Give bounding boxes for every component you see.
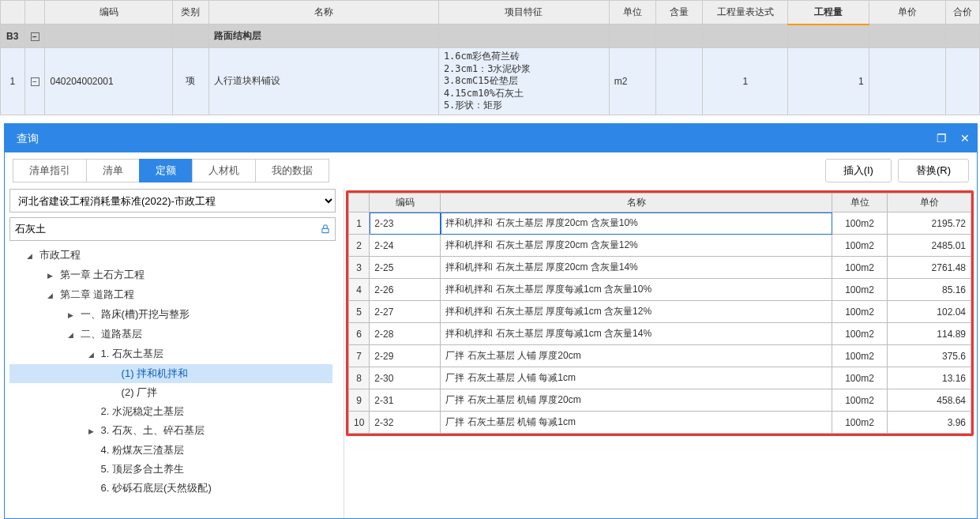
table-row[interactable]: 102-32厂拌 石灰土基层 机铺 每减1cm100m23.96 xyxy=(349,412,971,434)
item-unit[interactable]: m2 xyxy=(609,48,655,115)
table-row[interactable]: 12-23拌和机拌和 石灰土基层 厚度20cm 含灰量10%100m22195.… xyxy=(349,212,971,235)
table-row[interactable]: 72-29厂拌 石灰土基层 人铺 厚度20cm100m2375.6 xyxy=(349,345,971,367)
tree-node[interactable]: 一、路床(槽)开挖与整形 xyxy=(9,305,332,325)
row-index: 3 xyxy=(349,257,370,279)
row-code[interactable]: 2-25 xyxy=(370,257,441,279)
query-tab-4[interactable]: 我的数据 xyxy=(255,159,329,182)
rcol-price[interactable]: 单价 xyxy=(888,194,971,212)
tree-node[interactable]: 二、道路基层 xyxy=(9,325,332,344)
row-name[interactable]: 厂拌 石灰土基层 人铺 每减1cm xyxy=(441,367,832,389)
tree-node[interactable]: 第一章 土石方工程 xyxy=(9,265,332,285)
tree-caret-icon[interactable] xyxy=(27,246,36,265)
item-qty-expr[interactable]: 1 xyxy=(703,48,788,115)
category-tree[interactable]: 市政工程 第一章 土石方工程 第二章 道路工程 一、路床(槽)开挖与整形 二、道… xyxy=(9,246,336,518)
rcol-unit[interactable]: 单位 xyxy=(832,194,888,212)
row-code[interactable]: 2-24 xyxy=(370,235,441,257)
row-code[interactable]: 2-30 xyxy=(370,367,441,389)
item-qty[interactable]: 1 xyxy=(788,48,869,115)
query-tab-1[interactable]: 清单 xyxy=(86,159,140,182)
query-tab-3[interactable]: 人材机 xyxy=(192,159,256,182)
row-index: 6 xyxy=(349,323,370,345)
group-name[interactable]: 路面结构层 xyxy=(208,24,438,48)
col-code[interactable]: 编码 xyxy=(45,1,173,24)
tree-caret-icon[interactable] xyxy=(47,285,57,305)
row-code[interactable]: 2-31 xyxy=(370,389,441,412)
row-price: 2485.01 xyxy=(888,235,971,257)
col-qty-expr[interactable]: 工程量表达式 xyxy=(703,1,788,24)
insert-button[interactable]: 插入(I) xyxy=(825,159,892,182)
tree-node[interactable]: 3. 石灰、土、碎石基层 xyxy=(9,421,332,441)
minus-icon[interactable]: − xyxy=(31,77,39,86)
row-code[interactable]: 2-26 xyxy=(370,279,441,301)
table-row[interactable]: 92-31厂拌 石灰土基层 机铺 厚度20cm100m2458.64 xyxy=(349,389,971,412)
row-code[interactable]: 2-32 xyxy=(370,412,441,434)
tree-caret-icon[interactable] xyxy=(88,344,98,364)
close-icon[interactable]: ✕ xyxy=(953,124,977,152)
tree-caret-icon[interactable] xyxy=(68,305,77,325)
table-row[interactable]: 82-30厂拌 石灰土基层 人铺 每减1cm100m213.16 xyxy=(349,367,971,389)
col-kind[interactable]: 类别 xyxy=(173,1,208,24)
row-name[interactable]: 拌和机拌和 石灰土基层 厚度20cm 含灰量12% xyxy=(441,235,832,257)
row-name[interactable]: 拌和机拌和 石灰土基层 厚度20cm 含灰量10% xyxy=(441,212,832,235)
row-name[interactable]: 厂拌 石灰土基层 机铺 每减1cm xyxy=(441,412,832,434)
table-row[interactable]: 52-27拌和机拌和 石灰土基层 厚度每减1cm 含灰量12%100m2102.… xyxy=(349,301,971,323)
query-tab-2[interactable]: 定额 xyxy=(139,159,193,182)
row-index: 1 xyxy=(349,212,370,235)
tree-node[interactable]: 5. 顶层多合土养生 xyxy=(9,460,332,479)
row-name[interactable]: 厂拌 石灰土基层 人铺 厚度20cm xyxy=(441,345,832,367)
tree-node[interactable]: 2. 水泥稳定土基层 xyxy=(9,402,332,421)
row-code[interactable]: 2-27 xyxy=(370,301,441,323)
tree-node[interactable]: (1) 拌和机拌和 xyxy=(9,364,332,383)
item-code[interactable]: 040204002001 xyxy=(45,48,173,115)
rcol-name[interactable]: 名称 xyxy=(441,194,832,212)
row-name[interactable]: 拌和机拌和 石灰土基层 厚度每减1cm 含灰量12% xyxy=(441,301,832,323)
tree-node[interactable]: 1. 石灰土基层 xyxy=(9,344,332,364)
item-feature[interactable]: 1.6cm彩色荷兰砖 2.3cm1：3水泥砂浆 3.8cmC15砼垫层 4.15… xyxy=(438,48,609,115)
row-code[interactable]: 2-29 xyxy=(370,345,441,367)
col-content[interactable]: 含量 xyxy=(655,1,702,24)
col-qty[interactable]: 工程量 xyxy=(788,1,869,24)
group-expander[interactable]: − xyxy=(24,24,45,48)
restore-icon[interactable]: ❐ xyxy=(929,124,953,152)
standard-select[interactable]: 河北省建设工程消耗量标准(2022)-市政工程 xyxy=(9,189,336,212)
minus-icon[interactable]: − xyxy=(31,32,39,41)
replace-button[interactable]: 替换(R) xyxy=(898,159,969,182)
row-name[interactable]: 拌和机拌和 石灰土基层 厚度每减1cm 含灰量14% xyxy=(441,323,832,345)
row-price: 3.96 xyxy=(888,412,971,434)
col-feature[interactable]: 项目特征 xyxy=(438,1,609,24)
rcol-code[interactable]: 编码 xyxy=(370,194,441,212)
search-input[interactable] xyxy=(10,224,316,235)
item-name[interactable]: 人行道块料铺设 xyxy=(208,48,438,115)
tree-node[interactable]: 第二章 道路工程 xyxy=(9,285,332,305)
tree-node[interactable]: 市政工程 xyxy=(9,246,332,265)
col-name[interactable]: 名称 xyxy=(208,1,438,24)
row-code[interactable]: 2-23 xyxy=(370,212,441,235)
lock-icon[interactable] xyxy=(316,224,335,235)
row-name[interactable]: 拌和机拌和 石灰土基层 厚度每减1cm 含灰量10% xyxy=(441,279,832,301)
tree-label: 第二章 道路工程 xyxy=(57,288,134,300)
tree-caret-icon[interactable] xyxy=(68,325,77,344)
table-row[interactable]: 32-25拌和机拌和 石灰土基层 厚度20cm 含灰量14%100m22761.… xyxy=(349,257,971,279)
tree-node[interactable]: 6. 砂砾石底层(天然级配) xyxy=(9,479,332,498)
table-row[interactable]: 22-24拌和机拌和 石灰土基层 厚度20cm 含灰量12%100m22485.… xyxy=(349,235,971,257)
col-total[interactable]: 合价 xyxy=(945,1,979,24)
item-kind[interactable]: 项 xyxy=(173,48,208,115)
row-name[interactable]: 拌和机拌和 石灰土基层 厚度20cm 含灰量14% xyxy=(441,257,832,279)
table-row[interactable]: 62-28拌和机拌和 石灰土基层 厚度每减1cm 含灰量14%100m2114.… xyxy=(349,323,971,345)
tree-caret-icon[interactable] xyxy=(47,265,57,285)
row-unit: 100m2 xyxy=(832,389,888,412)
tree-node[interactable]: (2) 厂拌 xyxy=(9,383,332,402)
tree-node[interactable]: 4. 粉煤灰三渣基层 xyxy=(9,441,332,460)
row-name[interactable]: 厂拌 石灰土基层 机铺 厚度20cm xyxy=(441,389,832,412)
item-expander[interactable]: − xyxy=(24,48,45,115)
table-row[interactable]: 42-26拌和机拌和 石灰土基层 厚度每减1cm 含灰量10%100m285.1… xyxy=(349,279,971,301)
query-tab-0[interactable]: 清单指引 xyxy=(13,159,87,182)
row-unit: 100m2 xyxy=(832,212,888,235)
tree-caret-icon[interactable] xyxy=(88,421,98,441)
col-price[interactable]: 单价 xyxy=(869,1,945,24)
query-titlebar[interactable]: 查询 ✕ ❐ xyxy=(5,124,977,152)
row-unit: 100m2 xyxy=(832,345,888,367)
tree-label: 2. 水泥稳定土基层 xyxy=(98,405,184,417)
col-unit[interactable]: 单位 xyxy=(609,1,655,24)
row-code[interactable]: 2-28 xyxy=(370,323,441,345)
